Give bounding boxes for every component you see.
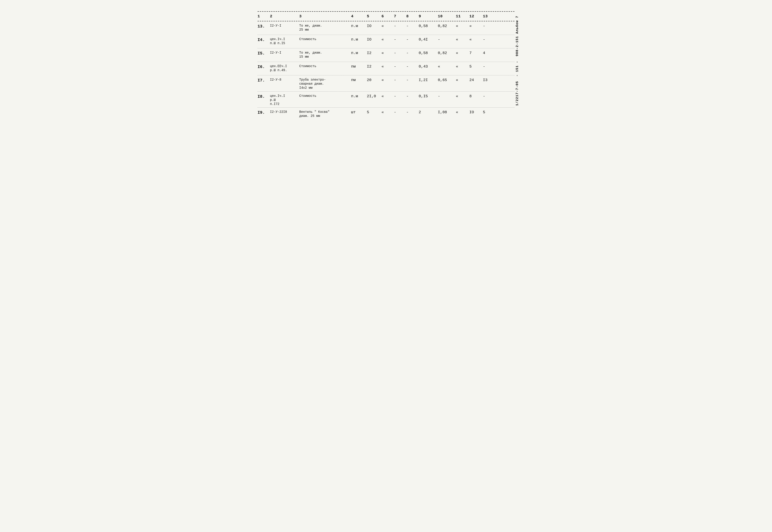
cell: п.м [351,24,367,29]
cell: пм [351,78,367,83]
cell: - [406,37,419,42]
cell: I6. [258,64,270,70]
cell: п.м [351,51,367,56]
cell: - [394,94,406,99]
cell: 0,82 [438,24,456,29]
cell: 5 [483,110,496,115]
header-col-1: 1 [258,14,270,19]
data-table: 13.I2-У-IТо же, диам. 25 ммп.мIO«--0,580… [258,21,514,121]
cell: 20 [367,78,381,83]
cell: I4. [258,37,270,43]
cell: - [394,24,406,29]
cell: 24 [469,78,483,83]
header-col-11: 11 [456,14,469,19]
table-row: I7.I2-У-8Труба электро- сварная диам. I4… [258,75,514,92]
table-row: I6.цен.ЕЕч.I р.Ш п.49.СтоимостьпмI2«--0,… [258,62,514,75]
cell: I2 [367,51,381,56]
cell: I5. [258,51,270,56]
cell: Вентиль " Косва" диам. 25 мм [299,110,351,118]
cell: - [438,94,456,99]
cell: - [394,37,406,42]
cell: « [456,24,469,29]
cell: « [381,110,394,115]
cell: I2-У-I [270,51,299,55]
cell: - [406,110,419,115]
header-col-9: 9 [419,14,438,19]
cell: 0,I5 [419,94,438,99]
cell: - [406,94,419,99]
cell: « [456,94,469,99]
cell: « [381,94,394,99]
header-col-5: 5 [367,14,381,19]
cell: - [394,78,406,83]
cell: - [483,94,496,99]
header-col-7: 7 [394,14,406,19]
cell: « [456,78,469,83]
table-row: I5.I2-У-IТо же, диам. 15 ммп.мI2«--0,580… [258,48,514,62]
cell: I2-У-8 [270,78,299,82]
cell: 7 [469,51,483,56]
cell: - [406,24,419,29]
cell: Стоимость [299,37,351,41]
cell: 5 [367,110,381,115]
header-col-10: 10 [438,14,456,19]
cell: - [438,37,456,42]
cell: - [406,78,419,83]
cell: То же, диам. 15 мм [299,51,351,59]
cell: I2 [367,64,381,69]
cell: - [406,51,419,56]
cell: « [456,37,469,42]
cell: Стоимость [299,64,351,68]
cell: 0,4I [419,37,438,42]
cell: 13. [258,24,270,29]
table-row: I9.I2-У-22I8Вентиль " Косва" диам. 25 мм… [258,108,514,121]
cell: I7. [258,78,270,83]
header-col-4: 4 [351,14,367,19]
cell: 5 [469,64,483,69]
cell: « [469,37,483,42]
cell: I8. [258,94,270,99]
cell: I3 [483,78,496,83]
cell: Стоимость [299,94,351,98]
cell: - [394,51,406,56]
header-row: 1 2 3 4 5 6 7 8 9 10 11 12 13 [258,13,514,21]
cell: 8 [469,94,483,99]
cell: I2-У-I [270,24,299,28]
cell: « [381,78,394,83]
cell: IO [469,110,483,115]
cell: 0,43 [419,64,438,69]
cell: 0,82 [438,51,456,56]
cell: То же, диам. 25 мм [299,24,351,32]
cell: « [381,37,394,42]
cell: I,08 [438,110,456,115]
cell: цен.ЕЕч.I р.Ш п.49. [270,64,299,72]
cell: 2I,0 [367,94,381,99]
header-col-8: 8 [406,14,419,19]
cell: 4 [483,51,496,56]
cell: Труба электро- сварная диам. I4x2 мм [299,78,351,90]
cell: - [483,64,496,69]
cell: « [456,110,469,115]
side-label-top: 908-2-151 Альбом 7 [515,16,519,56]
cell: « [381,64,394,69]
cell: 0,58 [419,51,438,56]
cell: « [381,51,394,56]
cell: « [456,51,469,56]
header-col-12: 12 [469,14,483,19]
cell: - [394,64,406,69]
side-labels: 908-2-151 Альбом 7 - 151 - 1/2217-7-05 [513,16,521,135]
cell: - [483,24,496,29]
cell: IO [367,37,381,42]
cell: - [394,110,406,115]
cell: IO [367,24,381,29]
cell: « [469,24,483,29]
table-row: I8.цен.Iч.I р.Ш п.I72Стоимостьп.м2I,0«--… [258,92,514,108]
cell: « [438,64,456,69]
table-row: I4.цен.Iч.I п.Ш п.I5Стоимостьп.мIO«--0,4… [258,35,514,48]
cell: I,2I [419,78,438,83]
header-col-2: 2 [270,14,299,19]
cell: 2 [419,110,438,115]
cell: шт [351,110,367,115]
cell: пм [351,64,367,69]
cell: I9. [258,110,270,115]
